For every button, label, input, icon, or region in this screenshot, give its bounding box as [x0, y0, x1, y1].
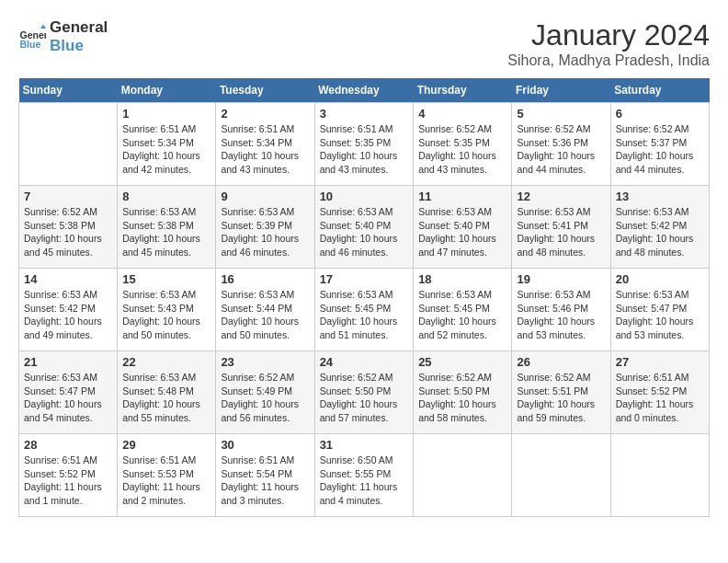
logo-icon: General Blue	[18, 23, 46, 51]
day-number: 4	[418, 107, 506, 121]
calendar-cell: 28Sunrise: 6:51 AM Sunset: 5:52 PM Dayli…	[19, 434, 118, 517]
weekday-header: Sunday	[19, 78, 118, 103]
day-number: 16	[221, 272, 309, 286]
day-info: Sunrise: 6:53 AM Sunset: 5:39 PM Dayligh…	[221, 205, 309, 259]
weekday-header: Tuesday	[216, 78, 314, 103]
calendar-cell: 19Sunrise: 6:53 AM Sunset: 5:46 PM Dayli…	[512, 269, 610, 351]
day-info: Sunrise: 6:52 AM Sunset: 5:50 PM Dayligh…	[418, 371, 506, 425]
calendar-week-row: 1Sunrise: 6:51 AM Sunset: 5:34 PM Daylig…	[19, 103, 710, 186]
weekday-header: Monday	[118, 78, 216, 103]
day-info: Sunrise: 6:53 AM Sunset: 5:40 PM Dayligh…	[320, 205, 409, 259]
day-number: 17	[320, 272, 409, 286]
calendar-cell: 29Sunrise: 6:51 AM Sunset: 5:53 PM Dayli…	[118, 434, 216, 517]
day-number: 10	[320, 190, 409, 203]
calendar-cell: 10Sunrise: 6:53 AM Sunset: 5:40 PM Dayli…	[314, 186, 414, 269]
day-info: Sunrise: 6:51 AM Sunset: 5:52 PM Dayligh…	[616, 371, 704, 425]
day-number: 27	[616, 355, 704, 369]
calendar-cell: 12Sunrise: 6:53 AM Sunset: 5:41 PM Dayli…	[512, 186, 610, 269]
day-info: Sunrise: 6:51 AM Sunset: 5:34 PM Dayligh…	[221, 122, 309, 177]
day-number: 15	[122, 272, 210, 286]
calendar-cell: 20Sunrise: 6:53 AM Sunset: 5:47 PM Dayli…	[610, 269, 709, 351]
day-info: Sunrise: 6:51 AM Sunset: 5:52 PM Dayligh…	[24, 454, 112, 508]
day-number: 25	[418, 355, 506, 369]
calendar-week-row: 14Sunrise: 6:53 AM Sunset: 5:42 PM Dayli…	[19, 269, 710, 351]
day-info: Sunrise: 6:52 AM Sunset: 5:37 PM Dayligh…	[616, 122, 704, 177]
calendar-cell: 31Sunrise: 6:50 AM Sunset: 5:55 PM Dayli…	[314, 434, 414, 517]
day-info: Sunrise: 6:53 AM Sunset: 5:42 PM Dayligh…	[616, 205, 704, 259]
day-info: Sunrise: 6:51 AM Sunset: 5:34 PM Dayligh…	[122, 122, 210, 177]
calendar-cell: 27Sunrise: 6:51 AM Sunset: 5:52 PM Dayli…	[610, 351, 709, 434]
day-number: 8	[122, 190, 210, 203]
day-number: 28	[24, 438, 112, 452]
calendar-cell: 6Sunrise: 6:52 AM Sunset: 5:37 PM Daylig…	[610, 103, 709, 186]
calendar-cell: 8Sunrise: 6:53 AM Sunset: 5:38 PM Daylig…	[118, 186, 216, 269]
calendar-cell	[610, 434, 709, 517]
location-subtitle: Sihora, Madhya Pradesh, India	[507, 52, 710, 69]
day-number: 9	[221, 190, 309, 203]
logo-line2: Blue	[50, 37, 108, 55]
day-number: 2	[221, 107, 309, 121]
calendar-cell	[19, 103, 118, 186]
calendar-cell: 26Sunrise: 6:52 AM Sunset: 5:51 PM Dayli…	[512, 351, 610, 434]
day-info: Sunrise: 6:53 AM Sunset: 5:44 PM Dayligh…	[221, 288, 309, 342]
calendar-cell: 7Sunrise: 6:52 AM Sunset: 5:38 PM Daylig…	[19, 186, 118, 269]
day-info: Sunrise: 6:52 AM Sunset: 5:51 PM Dayligh…	[517, 371, 605, 425]
page-header: General Blue General Blue January 2024 S…	[18, 18, 710, 69]
day-number: 14	[24, 272, 112, 286]
calendar-week-row: 21Sunrise: 6:53 AM Sunset: 5:47 PM Dayli…	[19, 351, 710, 434]
day-info: Sunrise: 6:52 AM Sunset: 5:38 PM Dayligh…	[24, 205, 112, 259]
day-info: Sunrise: 6:52 AM Sunset: 5:49 PM Dayligh…	[221, 371, 309, 425]
day-info: Sunrise: 6:51 AM Sunset: 5:54 PM Dayligh…	[221, 454, 309, 508]
day-number: 6	[616, 107, 704, 121]
calendar-table: SundayMondayTuesdayWednesdayThursdayFrid…	[18, 78, 710, 517]
calendar-cell: 9Sunrise: 6:53 AM Sunset: 5:39 PM Daylig…	[216, 186, 314, 269]
day-info: Sunrise: 6:50 AM Sunset: 5:55 PM Dayligh…	[320, 454, 409, 508]
day-number: 11	[418, 190, 506, 203]
calendar-cell	[414, 434, 512, 517]
calendar-cell: 11Sunrise: 6:53 AM Sunset: 5:40 PM Dayli…	[414, 186, 512, 269]
day-info: Sunrise: 6:53 AM Sunset: 5:45 PM Dayligh…	[320, 288, 409, 342]
calendar-cell: 5Sunrise: 6:52 AM Sunset: 5:36 PM Daylig…	[512, 103, 610, 186]
day-info: Sunrise: 6:53 AM Sunset: 5:41 PM Dayligh…	[517, 205, 605, 259]
svg-text:Blue: Blue	[20, 39, 41, 50]
weekday-header: Wednesday	[314, 78, 414, 103]
month-title: January 2024	[507, 18, 710, 52]
calendar-cell: 22Sunrise: 6:53 AM Sunset: 5:48 PM Dayli…	[118, 351, 216, 434]
day-number: 21	[24, 355, 112, 369]
day-number: 19	[517, 272, 605, 286]
day-number: 12	[517, 190, 605, 203]
day-number: 3	[320, 107, 409, 121]
svg-marker-2	[40, 25, 46, 29]
calendar-cell: 4Sunrise: 6:52 AM Sunset: 5:35 PM Daylig…	[414, 103, 512, 186]
calendar-cell: 3Sunrise: 6:51 AM Sunset: 5:35 PM Daylig…	[314, 103, 414, 186]
day-number: 20	[616, 272, 704, 286]
day-number: 22	[122, 355, 210, 369]
day-info: Sunrise: 6:53 AM Sunset: 5:45 PM Dayligh…	[418, 288, 506, 342]
day-number: 24	[320, 355, 409, 369]
calendar-cell: 15Sunrise: 6:53 AM Sunset: 5:43 PM Dayli…	[118, 269, 216, 351]
calendar-cell: 23Sunrise: 6:52 AM Sunset: 5:49 PM Dayli…	[216, 351, 314, 434]
day-number: 30	[221, 438, 309, 452]
calendar-cell: 30Sunrise: 6:51 AM Sunset: 5:54 PM Dayli…	[216, 434, 314, 517]
calendar-cell: 2Sunrise: 6:51 AM Sunset: 5:34 PM Daylig…	[216, 103, 314, 186]
calendar-cell: 17Sunrise: 6:53 AM Sunset: 5:45 PM Dayli…	[314, 269, 414, 351]
calendar-cell: 24Sunrise: 6:52 AM Sunset: 5:50 PM Dayli…	[314, 351, 414, 434]
day-info: Sunrise: 6:52 AM Sunset: 5:35 PM Dayligh…	[418, 122, 506, 177]
weekday-header: Friday	[512, 78, 610, 103]
day-info: Sunrise: 6:51 AM Sunset: 5:53 PM Dayligh…	[122, 454, 210, 508]
day-info: Sunrise: 6:52 AM Sunset: 5:36 PM Dayligh…	[517, 122, 605, 177]
day-number: 18	[418, 272, 506, 286]
calendar-week-row: 7Sunrise: 6:52 AM Sunset: 5:38 PM Daylig…	[19, 186, 710, 269]
calendar-cell: 16Sunrise: 6:53 AM Sunset: 5:44 PM Dayli…	[216, 269, 314, 351]
day-number: 13	[616, 190, 704, 203]
day-number: 5	[517, 107, 605, 121]
calendar-cell	[512, 434, 610, 517]
calendar-week-row: 28Sunrise: 6:51 AM Sunset: 5:52 PM Dayli…	[19, 434, 710, 517]
day-info: Sunrise: 6:52 AM Sunset: 5:50 PM Dayligh…	[320, 371, 409, 425]
day-info: Sunrise: 6:53 AM Sunset: 5:40 PM Dayligh…	[418, 205, 506, 259]
day-number: 26	[517, 355, 605, 369]
day-number: 23	[221, 355, 309, 369]
day-info: Sunrise: 6:53 AM Sunset: 5:48 PM Dayligh…	[122, 371, 210, 425]
weekday-header: Thursday	[414, 78, 512, 103]
day-info: Sunrise: 6:53 AM Sunset: 5:47 PM Dayligh…	[24, 371, 112, 425]
